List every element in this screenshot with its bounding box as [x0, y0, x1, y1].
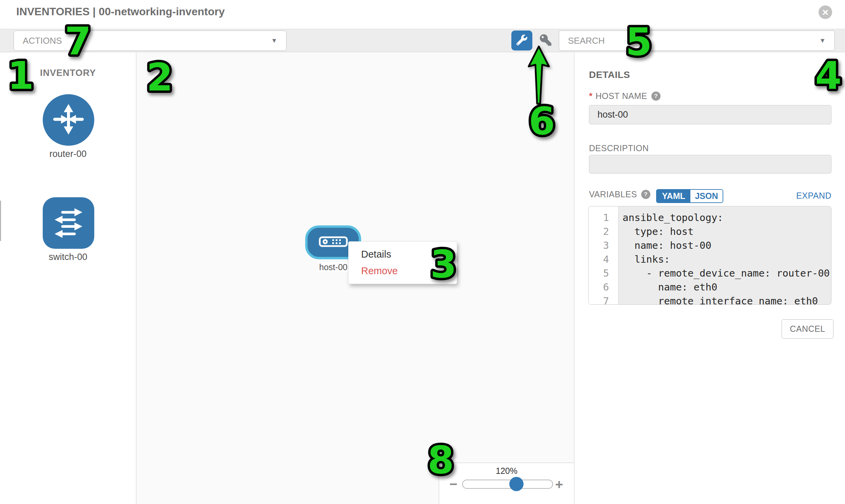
zoom-level-value: 120%	[439, 466, 574, 476]
json-toggle-button[interactable]: JSON	[690, 190, 723, 202]
switch-icon	[50, 204, 87, 242]
palette-item-router[interactable]	[43, 94, 94, 146]
code-line: 2 type: host	[589, 224, 831, 238]
variables-format-toggle: YAML JSON	[656, 189, 723, 203]
line-number: 3	[589, 240, 614, 251]
close-glyph: ×	[822, 7, 829, 18]
context-menu-item-details[interactable]: Details	[349, 246, 457, 263]
key-credentials-button[interactable]	[539, 34, 553, 47]
router-icon	[50, 101, 87, 139]
description-input[interactable]	[589, 155, 831, 174]
line-number: 2	[589, 226, 614, 237]
line-number: 4	[589, 253, 614, 265]
context-menu-item-remove[interactable]: Remove	[349, 263, 457, 279]
line-number: 5	[589, 267, 614, 279]
variables-code-editor[interactable]: 1 ansible_topology: 2 type: host 3 name:…	[588, 206, 831, 305]
cancel-button[interactable]: CANCEL	[781, 319, 833, 339]
required-asterisk: *	[589, 91, 592, 101]
code-line: 6 name: eth0	[589, 280, 831, 294]
search-dropdown-label: SEARCH	[568, 36, 604, 46]
line-number: 7	[589, 295, 614, 305]
line-text: links:	[614, 253, 670, 265]
header: INVENTORIES | 00-networking-inventory ×	[0, 0, 845, 29]
palette-item-label: router-00	[0, 149, 136, 159]
palette-item-label: switch-00	[0, 252, 136, 262]
variables-label: VARIABLES	[589, 190, 637, 199]
details-heading: DETAILS	[589, 70, 630, 80]
topology-canvas[interactable]: host-00 Details Remove 120% − +	[136, 53, 575, 504]
actions-dropdown-label: ACTIONS	[23, 36, 62, 46]
context-menu: Details Remove	[348, 241, 457, 284]
server-icon	[319, 236, 348, 249]
palette-item-switch[interactable]	[43, 197, 94, 249]
details-panel: DETAILS * HOST NAME ? DESCRIPTION VARIAB…	[575, 53, 845, 504]
code-line: 4 links:	[589, 252, 831, 266]
help-glyph: ?	[644, 191, 647, 198]
line-text: name: eth0	[614, 281, 717, 293]
zoom-in-button[interactable]: +	[553, 477, 565, 492]
code-line: 7 remote_interface_name: eth0	[589, 294, 831, 305]
line-text: ansible_topology:	[614, 212, 723, 223]
code-line: 5 - remote_device_name: router-00	[589, 266, 831, 280]
editor-code-rows: 1 ansible_topology: 2 type: host 3 name:…	[589, 211, 831, 305]
toolbar: ACTIONS ▼ SEARCH ▼	[0, 29, 845, 52]
actions-dropdown[interactable]: ACTIONS ▼	[14, 31, 286, 51]
host-name-label: HOST NAME	[595, 91, 647, 101]
host-name-field-row: * HOST NAME ?	[589, 91, 661, 101]
help-icon[interactable]: ?	[651, 91, 661, 101]
expand-link[interactable]: EXPAND	[796, 191, 831, 201]
line-number: 6	[589, 281, 614, 293]
help-icon[interactable]: ?	[641, 190, 650, 199]
yaml-toggle-button[interactable]: YAML	[657, 190, 690, 202]
line-number: 1	[589, 212, 614, 223]
zoom-slider-track[interactable]	[462, 480, 553, 489]
line-text: remote_interface_name: eth0	[614, 295, 818, 305]
code-line: 3 name: host-00	[589, 238, 831, 252]
search-dropdown[interactable]: SEARCH ▼	[559, 31, 835, 51]
inventory-heading: INVENTORY	[0, 68, 136, 78]
description-label: DESCRIPTION	[589, 143, 649, 153]
inventory-sidebar: INVENTORY router-00	[0, 53, 136, 504]
description-field-row: DESCRIPTION	[589, 143, 649, 153]
wrench-icon	[516, 35, 527, 47]
scrollbar-tick[interactable]	[0, 201, 1, 241]
key-icon	[539, 34, 552, 47]
host-name-input[interactable]	[589, 105, 831, 124]
host-node-label: host-00	[318, 262, 349, 272]
chevron-down-icon: ▼	[271, 37, 277, 44]
page-title: INVENTORIES | 00-networking-inventory	[16, 5, 225, 18]
code-line: 1 ansible_topology:	[589, 211, 831, 224]
toolbar-settings-button[interactable]	[511, 31, 532, 51]
line-text: - remote_device_name: router-00	[614, 267, 830, 279]
chevron-down-icon: ▼	[819, 37, 826, 44]
help-glyph: ?	[654, 93, 657, 100]
line-text: type: host	[614, 226, 694, 237]
variables-row: VARIABLES ?	[589, 190, 650, 199]
zoom-out-button[interactable]: −	[447, 476, 459, 492]
zoom-control: 120% − +	[439, 463, 575, 504]
zoom-slider-handle[interactable]	[509, 477, 524, 491]
line-text: name: host-00	[614, 240, 711, 251]
app-window: INVENTORIES | 00-networking-inventory × …	[0, 0, 845, 504]
close-icon[interactable]: ×	[818, 5, 832, 19]
